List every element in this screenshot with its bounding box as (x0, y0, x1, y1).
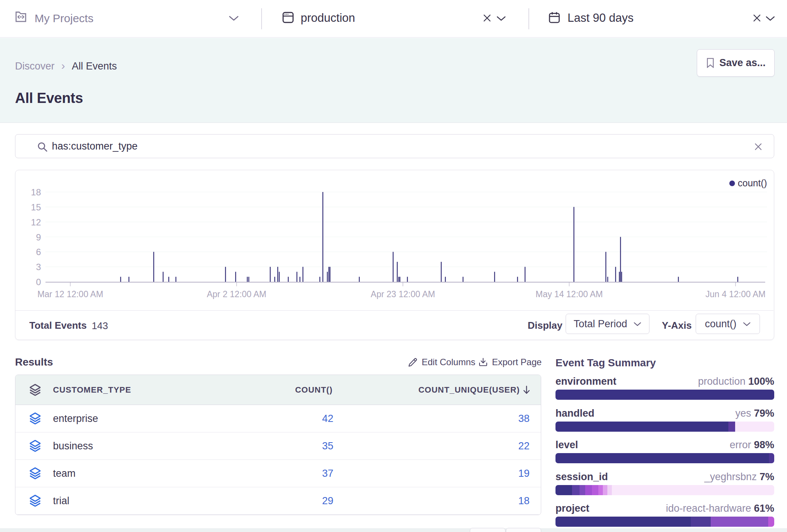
svg-text:18: 18 (31, 187, 41, 197)
svg-text:May 14 12:00 AM: May 14 12:00 AM (536, 289, 603, 299)
svg-text:0: 0 (36, 277, 41, 287)
svg-text:9: 9 (36, 232, 41, 242)
svg-text:12: 12 (31, 217, 41, 227)
svg-text:Mar 12 12:00 AM: Mar 12 12:00 AM (37, 289, 103, 299)
svg-text:count(): count() (738, 178, 767, 188)
svg-text:3: 3 (36, 262, 41, 272)
svg-text:15: 15 (31, 202, 41, 212)
svg-text:6: 6 (36, 247, 41, 257)
svg-text:Apr 23 12:00 AM: Apr 23 12:00 AM (371, 289, 435, 299)
svg-text:Jun 4 12:00 AM: Jun 4 12:00 AM (705, 289, 766, 299)
svg-text:Apr 2 12:00 AM: Apr 2 12:00 AM (207, 289, 266, 299)
